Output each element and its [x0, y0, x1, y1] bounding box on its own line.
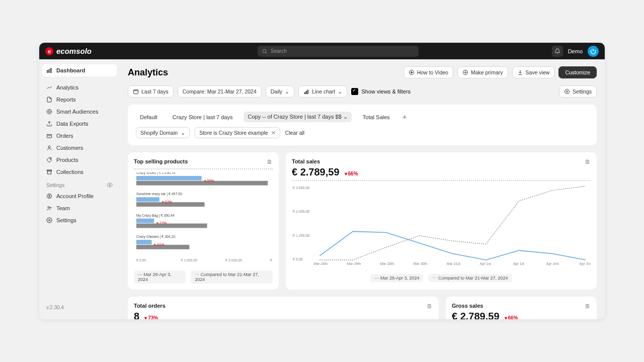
make-primary-label: Make primary — [471, 69, 503, 75]
export-icon[interactable]: 🗎 — [585, 303, 591, 310]
compare-pill[interactable]: Compare: Mar 21-Mar 27, 2024 — [178, 85, 262, 98]
svg-rect-40 — [136, 224, 207, 228]
svg-text:Mar 30th: Mar 30th — [414, 262, 428, 265]
metric-value: € 2.789,59 — [292, 166, 340, 178]
svg-point-6 — [47, 110, 52, 114]
chevron-down-icon: ⌄ — [343, 114, 348, 120]
sidebar-item-orders[interactable]: Orders — [42, 130, 117, 142]
sidebar-item-settings[interactable]: Settings — [42, 214, 117, 226]
svg-rect-3 — [47, 70, 48, 72]
sidebar-item-label: Dashboard — [56, 67, 85, 73]
sidebar-item-label: Customers — [56, 145, 83, 151]
make-primary-button[interactable]: Make primary — [457, 66, 508, 78]
svg-text:▾-77%: ▾-77% — [156, 221, 167, 225]
sidebar-item-audiences[interactable]: Smart Audiences — [42, 106, 117, 118]
granularity-pill[interactable]: Daily⌄ — [266, 85, 294, 98]
sidebar-settings-header: Settings — [42, 178, 117, 190]
card-title: Total sales — [292, 158, 358, 164]
chart-legend: ― Mar 28-Apr 3, 2024 ⋯ Compared to Mar 2… — [134, 270, 273, 284]
total-sales-chart: € 3.600,00€ 2.400,00€ 1.200,00€ 0,00 Mar… — [292, 184, 591, 270]
legend-current: ― Mar 28-Apr 3, 2024 — [134, 270, 186, 284]
power-icon — [590, 48, 596, 54]
period-pill[interactable]: Last 7 days — [128, 85, 174, 98]
svg-rect-4 — [49, 69, 50, 72]
sidebar-item-customers[interactable]: Customers — [42, 142, 117, 154]
chip-shopify-domain[interactable]: Shopify Domain⌄ — [136, 127, 190, 138]
svg-text:Apr 3rd: Apr 3rd — [580, 262, 591, 266]
svg-rect-5 — [51, 68, 52, 72]
svg-rect-13 — [48, 171, 51, 174]
filter-chips: Shopify Domain⌄ Store is Crazy Store exa… — [136, 127, 589, 138]
svg-text:Mar 28th: Mar 28th — [313, 262, 328, 265]
views-panel: Default Crazy Store | last 7 days Copy -… — [128, 105, 597, 145]
sidebar-item-team[interactable]: Team — [42, 202, 117, 214]
search-input[interactable]: Search — [258, 46, 419, 57]
chip-label: Shopify Domain — [140, 130, 178, 136]
chip-label: Store is Crazy Store example — [199, 130, 268, 136]
sidebar-item-analytics[interactable]: Analytics — [42, 81, 117, 94]
export-icon[interactable]: 🗎 — [427, 303, 433, 310]
sidebar-item-label: Account Profile — [56, 193, 94, 199]
chip-store-filter[interactable]: Store is Crazy Store example✕ — [195, 127, 280, 138]
close-icon[interactable]: ✕ — [271, 130, 276, 136]
svg-rect-31 — [136, 176, 202, 180]
metric-delta: 66% — [345, 171, 358, 176]
download-icon — [517, 69, 523, 75]
eye-icon[interactable] — [107, 182, 113, 188]
save-view-button[interactable]: Save view — [512, 66, 555, 78]
svg-line-1 — [266, 52, 267, 53]
customize-button[interactable]: Customize — [558, 66, 597, 78]
user-label[interactable]: Demo — [568, 48, 583, 54]
card-total-sales: Total sales € 2.789,59 66% 🗎 € 3.600,00€… — [286, 152, 597, 290]
notifications-button[interactable] — [552, 46, 563, 57]
svg-text:Sunshine crazy car | € 457,50: Sunshine crazy car | € 457,50 — [136, 192, 182, 196]
inbox-icon — [46, 133, 52, 139]
bell-icon — [554, 48, 560, 54]
svg-text:€ 1.200,00: € 1.200,00 — [293, 234, 309, 237]
archive-icon — [46, 169, 52, 175]
sidebar-item-exports[interactable]: Data Exports — [42, 118, 117, 130]
tab-copy-crazy-store[interactable]: Copy -- of Crazy Store | last 7 days $$ … — [244, 112, 351, 122]
svg-point-19 — [49, 220, 50, 221]
sidebar-item-account[interactable]: Account Profile — [42, 190, 117, 202]
sidebar-item-collections[interactable]: Collections — [42, 166, 117, 178]
tab-default[interactable]: Default — [136, 112, 162, 122]
filter-row: Last 7 days Compare: Mar 21-Mar 27, 2024… — [128, 85, 597, 98]
card-title: Gross sales — [452, 303, 518, 309]
sidebar-item-reports[interactable]: Reports — [42, 94, 117, 106]
metric-value: € 2.789,59 — [452, 311, 500, 319]
tag-icon — [46, 157, 52, 163]
chart-type-pill[interactable]: Line chart⌄ — [298, 85, 347, 98]
tab-crazy-store[interactable]: Crazy Store | last 7 days — [169, 112, 237, 122]
upload-icon — [46, 121, 52, 127]
export-icon[interactable]: 🗎 — [267, 158, 273, 165]
sidebar-item-products[interactable]: Products — [42, 154, 117, 166]
clear-all-button[interactable]: Clear all — [285, 130, 305, 136]
main-content: Analytics How to Video Make primary Save… — [120, 59, 605, 319]
analytics-icon — [46, 84, 52, 90]
tab-copy-label: Copy -- of Crazy Store | last 7 days $$ — [248, 114, 341, 120]
show-views-toggle[interactable]: Show views & filters — [351, 88, 411, 95]
svg-rect-25 — [304, 93, 305, 94]
user-avatar-power[interactable] — [588, 46, 599, 57]
metric-delta: 73% — [144, 315, 158, 319]
svg-point-14 — [109, 185, 111, 186]
play-icon — [409, 69, 415, 75]
view-settings-button[interactable]: Settings — [559, 85, 597, 98]
sidebar-item-label: Reports — [56, 97, 76, 103]
page-title: Analytics — [128, 67, 168, 78]
svg-text:Mar 31st: Mar 31st — [447, 262, 460, 265]
export-icon[interactable]: 🗎 — [585, 158, 591, 165]
search-placeholder: Search — [271, 48, 287, 54]
svg-point-7 — [48, 111, 50, 113]
svg-point-17 — [48, 207, 49, 208]
svg-text:€ 2.400,00: € 2.400,00 — [293, 210, 309, 213]
add-tab-button[interactable]: ＋ — [401, 113, 408, 122]
legend-compare: ⋯ Compared to Mar 21-Mar 27, 2024 — [428, 274, 512, 282]
sidebar-item-dashboard[interactable]: Dashboard — [42, 64, 117, 76]
calendar-icon — [133, 88, 139, 95]
tab-total-sales[interactable]: Total Sales — [359, 112, 394, 122]
show-views-checkbox[interactable] — [351, 88, 358, 95]
how-to-video-button[interactable]: How to Video — [404, 66, 453, 78]
view-settings-label: Settings — [573, 88, 592, 95]
